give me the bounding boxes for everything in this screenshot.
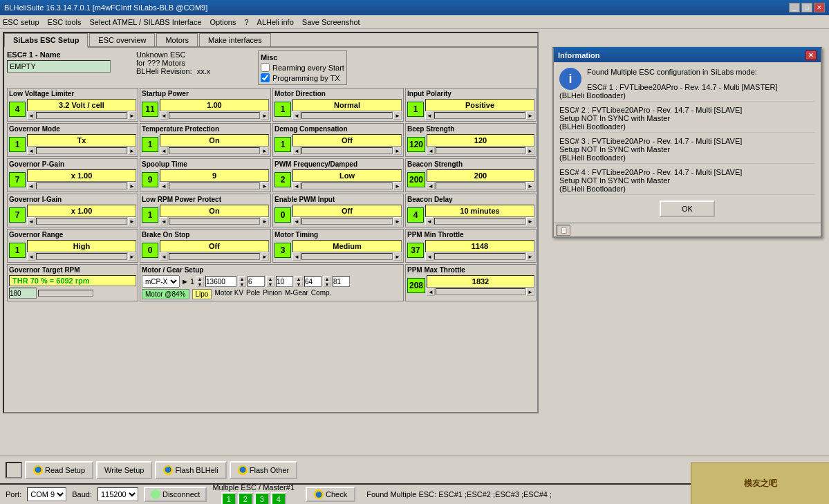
arrow-right-gov-mode[interactable]: ►	[128, 147, 136, 155]
arrow-left-gov-mode[interactable]: ◄	[27, 147, 35, 155]
slider-low-rpm[interactable]	[169, 218, 260, 225]
arrow-right-low-rpm[interactable]: ►	[261, 217, 269, 225]
slider-beacon-str[interactable]	[436, 183, 525, 189]
arrow-right-low-voltage[interactable]: ►	[128, 111, 136, 120]
arrow-right-gov-range[interactable]: ►	[128, 252, 136, 261]
governor-target-slider[interactable]	[38, 290, 93, 297]
arrow-right-motor-dir[interactable]: ►	[393, 111, 402, 120]
mgear-input[interactable]	[304, 276, 322, 287]
arrow-left-motor-timing[interactable]: ◄	[292, 252, 301, 261]
arrow-left-low-rpm[interactable]: ◄	[160, 217, 168, 225]
slider-motor-dir[interactable]	[301, 112, 393, 119]
arrow-left-gov-range[interactable]: ◄	[27, 252, 35, 261]
mgear-up[interactable]: ▲	[295, 276, 303, 281]
arrow-left-beacon-delay[interactable]: ◄	[425, 217, 434, 225]
slider-demag[interactable]	[301, 147, 393, 154]
arrow-right-beacon-delay[interactable]: ►	[526, 217, 534, 225]
pinion-up[interactable]: ▲	[266, 276, 274, 281]
slider-igain[interactable]	[36, 218, 127, 225]
maximize-button[interactable]: □	[801, 3, 812, 12]
comp-up[interactable]: ▲	[323, 276, 331, 281]
info-dialog-close-button[interactable]: ✕	[805, 50, 817, 60]
check-button[interactable]: 🔵 Check	[306, 487, 355, 502]
governor-target-input[interactable]	[9, 288, 37, 299]
esc-btn-4[interactable]: 4	[271, 492, 286, 505]
menu-esc-setup[interactable]: ESC setup	[3, 18, 39, 26]
arrow-right-polarity[interactable]: ►	[526, 111, 534, 120]
kv-up[interactable]: ▲	[196, 276, 204, 281]
slider-low-voltage[interactable]	[36, 112, 127, 119]
arrow-right-pgain[interactable]: ►	[128, 182, 136, 190]
esc-btn-2[interactable]: 2	[238, 492, 253, 505]
arrow-left-spoolup[interactable]: ◄	[160, 182, 168, 190]
menu-help[interactable]: ?	[244, 18, 248, 26]
menu-options[interactable]: Options	[210, 18, 236, 26]
slider-brake[interactable]	[169, 253, 260, 260]
arrow-right-temp[interactable]: ►	[261, 147, 269, 155]
info-ok-button[interactable]: OK	[660, 200, 715, 217]
slider-polarity[interactable]	[434, 112, 525, 119]
arrow-right-ppm-min[interactable]: ►	[526, 252, 534, 261]
arrow-left-beep[interactable]: ◄	[427, 147, 435, 155]
slider-motor-timing[interactable]	[301, 253, 393, 260]
arrow-left-beacon-str[interactable]: ◄	[427, 182, 435, 190]
close-button[interactable]: ✕	[814, 3, 825, 12]
flash-other-button[interactable]: 🔵 Flash Other	[230, 461, 297, 479]
arrow-right-spoolup[interactable]: ►	[261, 182, 269, 190]
slider-gov-mode[interactable]	[36, 147, 127, 154]
pinion-down[interactable]: ▼	[266, 281, 274, 287]
menu-select-interface[interactable]: Select ATMEL / SILABS Interface	[90, 18, 202, 26]
menu-blheli-info[interactable]: ALHeli info	[257, 18, 294, 26]
rearming-checkbox[interactable]	[261, 63, 270, 72]
slider-temp[interactable]	[169, 147, 260, 154]
slider-spoolup[interactable]	[169, 183, 260, 189]
arrow-left-pwm[interactable]: ◄	[292, 182, 301, 190]
pole-up[interactable]: ▲	[238, 276, 246, 281]
tab-make-interfaces[interactable]: Make interfaces	[199, 33, 271, 46]
slider-ppm-min[interactable]	[434, 253, 525, 260]
comp-down[interactable]: ▼	[323, 281, 331, 287]
arrow-left-igain[interactable]: ◄	[27, 217, 35, 225]
pinion-input[interactable]	[276, 276, 293, 287]
slider-startup[interactable]	[169, 112, 260, 119]
menu-esc-tools[interactable]: ESC tools	[48, 18, 82, 26]
slider-pgain[interactable]	[36, 183, 127, 189]
disconnect-button[interactable]: Disconnect	[144, 487, 207, 502]
arrow-right-motor-timing[interactable]: ►	[393, 252, 402, 261]
write-setup-button[interactable]: Write Setup	[96, 461, 152, 479]
arrow-right-ppm-max[interactable]: ►	[526, 288, 534, 296]
baud-select[interactable]: 115200	[97, 487, 138, 501]
mgear-down[interactable]: ▼	[295, 281, 303, 287]
pole-down[interactable]: ▼	[238, 281, 246, 287]
arrow-left-demag[interactable]: ◄	[292, 147, 301, 155]
arrow-right-enable-pwm[interactable]: ►	[393, 217, 402, 225]
port-select[interactable]: COM 9	[27, 487, 66, 501]
arrow-left-brake[interactable]: ◄	[160, 252, 168, 261]
arrow-right-pwm[interactable]: ►	[393, 182, 402, 190]
arrow-right-brake[interactable]: ►	[261, 252, 269, 261]
flash-blheli-button[interactable]: 🔵 Flash BLHeli	[155, 461, 226, 479]
arrow-left-ppm-max[interactable]: ◄	[427, 288, 435, 296]
minimize-button[interactable]: _	[789, 3, 800, 12]
menu-save-screenshot[interactable]: Save Screenshot	[302, 18, 360, 26]
arrow-right-igain[interactable]: ►	[128, 217, 136, 225]
arrow-left-startup[interactable]: ◄	[160, 111, 168, 120]
kv-down[interactable]: ▼	[196, 281, 204, 287]
esc-btn-3[interactable]: 3	[254, 492, 270, 505]
arrow-left-temp[interactable]: ◄	[160, 147, 168, 155]
arrow-left-motor-dir[interactable]: ◄	[292, 111, 301, 120]
arrow-left-polarity[interactable]: ◄	[425, 111, 434, 120]
read-setup-button[interactable]: 🔵 Read Setup	[25, 461, 93, 479]
slider-ppm-max[interactable]	[436, 288, 525, 295]
comp-input[interactable]	[333, 276, 350, 287]
arrow-left-low-voltage[interactable]: ◄	[27, 111, 35, 120]
slider-pwm[interactable]	[301, 183, 393, 189]
slider-enable-pwm[interactable]	[301, 218, 393, 225]
arrow-left-ppm-min[interactable]: ◄	[425, 252, 434, 261]
esc-name-input[interactable]	[7, 60, 111, 73]
slider-gov-range[interactable]	[36, 253, 127, 260]
slider-beep[interactable]	[436, 147, 525, 154]
motor-preset-select[interactable]: mCP-X	[142, 275, 180, 288]
arrow-right-beep[interactable]: ►	[526, 147, 534, 155]
arrow-right-demag[interactable]: ►	[393, 147, 402, 155]
